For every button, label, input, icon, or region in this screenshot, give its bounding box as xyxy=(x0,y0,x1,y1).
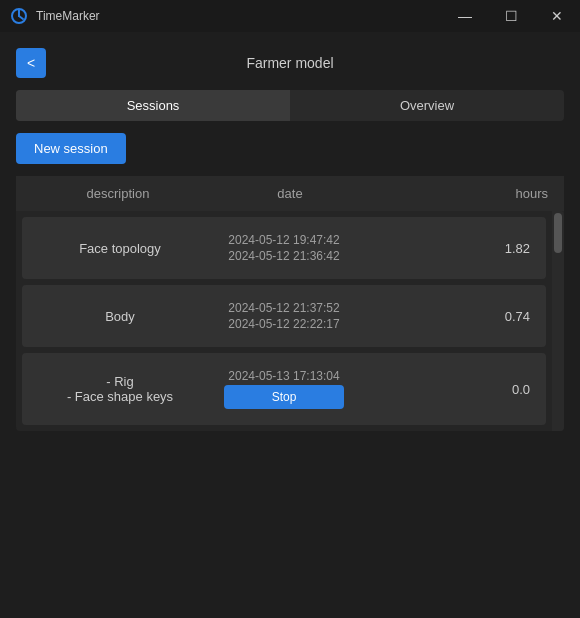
titlebar-left: TimeMarker xyxy=(10,7,100,25)
session-description: Body xyxy=(38,309,202,324)
col-header-hours: hours xyxy=(376,186,548,201)
close-button[interactable]: ✕ xyxy=(534,0,580,32)
session-description: Face topology xyxy=(38,241,202,256)
stop-button[interactable]: Stop xyxy=(224,385,344,409)
maximize-button[interactable]: ☐ xyxy=(488,0,534,32)
app-title: TimeMarker xyxy=(36,9,100,23)
new-session-button[interactable]: New session xyxy=(16,133,126,164)
session-date-end: 2024-05-12 21:36:42 xyxy=(202,249,366,263)
session-hours: 1.82 xyxy=(366,241,530,256)
table-row: Body 2024-05-12 21:37:52 2024-05-12 22:2… xyxy=(22,285,546,347)
table-row: Face topology 2024-05-12 19:47:42 2024-0… xyxy=(22,217,546,279)
session-date-start: 2024-05-12 21:37:52 xyxy=(202,301,366,315)
session-dates: 2024-05-13 17:13:04 Stop xyxy=(202,369,366,409)
back-button[interactable]: < xyxy=(16,48,46,78)
top-nav: < Farmer model xyxy=(16,48,564,78)
tabs-container: Sessions Overview xyxy=(16,90,564,121)
titlebar-controls: — ☐ ✕ xyxy=(442,0,580,32)
page-title: Farmer model xyxy=(58,55,522,71)
session-date-end: 2024-05-12 22:22:17 xyxy=(202,317,366,331)
scrollbar-track[interactable] xyxy=(552,211,564,431)
scrollbar-thumb[interactable] xyxy=(554,213,562,253)
tab-overview[interactable]: Overview xyxy=(290,90,564,121)
session-dates: 2024-05-12 21:37:52 2024-05-12 22:22:17 xyxy=(202,301,366,331)
sessions-scroll-wrapper: Face topology 2024-05-12 19:47:42 2024-0… xyxy=(16,211,564,431)
main-content: < Farmer model Sessions Overview New ses… xyxy=(0,32,580,447)
sessions-table: description date hours Face topology 202… xyxy=(16,176,564,431)
minimize-button[interactable]: — xyxy=(442,0,488,32)
sessions-list: Face topology 2024-05-12 19:47:42 2024-0… xyxy=(16,211,552,431)
col-header-date: date xyxy=(204,186,376,201)
session-date-start: 2024-05-13 17:13:04 xyxy=(202,369,366,383)
app-icon xyxy=(10,7,28,25)
table-header: description date hours xyxy=(16,176,564,211)
tab-sessions[interactable]: Sessions xyxy=(16,90,290,121)
session-dates: 2024-05-12 19:47:42 2024-05-12 21:36:42 xyxy=(202,233,366,263)
table-row: - Rig - Face shape keys 2024-05-13 17:13… xyxy=(22,353,546,425)
col-header-description: description xyxy=(32,186,204,201)
session-hours: 0.0 xyxy=(366,382,530,397)
session-hours: 0.74 xyxy=(366,309,530,324)
session-date-start: 2024-05-12 19:47:42 xyxy=(202,233,366,247)
session-description: - Rig - Face shape keys xyxy=(38,374,202,404)
svg-line-2 xyxy=(19,16,23,19)
titlebar: TimeMarker — ☐ ✕ xyxy=(0,0,580,32)
